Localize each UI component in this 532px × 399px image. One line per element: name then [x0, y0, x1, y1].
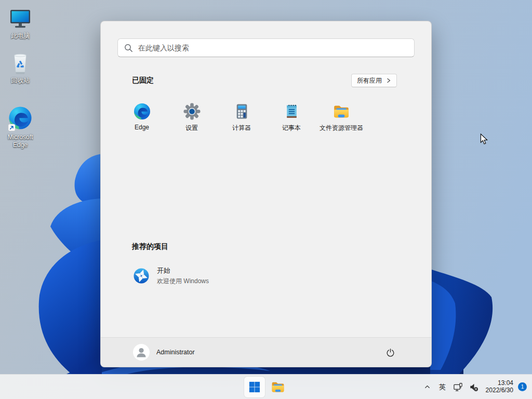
desktop-icon-recycle-bin[interactable]: 回收站: [1, 51, 40, 85]
search-input[interactable]: [138, 44, 408, 52]
edge-icon: [8, 105, 33, 132]
network-button[interactable]: [450, 377, 466, 397]
app-tile-edge[interactable]: Edge: [117, 97, 167, 142]
taskbar-clock[interactable]: 13:04 2022/6/30: [486, 380, 513, 394]
this-pc-icon: [8, 6, 33, 31]
notification-count: 1: [521, 384, 524, 390]
tray-expand-button[interactable]: [420, 377, 435, 397]
app-label: Edge: [135, 124, 149, 131]
volume-button[interactable]: [466, 377, 482, 397]
recommended-section-title: 推荐的项目: [132, 242, 168, 251]
calculator-icon: [233, 102, 250, 120]
app-tile-notepad[interactable]: 记事本: [267, 97, 316, 142]
taskbar: 英 13:04: [0, 374, 532, 399]
user-name: Administrator: [156, 349, 195, 356]
start-menu-user-bar: Administrator: [101, 337, 431, 367]
app-label: 计算器: [232, 124, 251, 132]
folder-icon: [271, 380, 285, 393]
power-icon: [385, 348, 395, 357]
volume-muted-icon: [469, 382, 478, 392]
search-box[interactable]: [117, 38, 415, 57]
ime-label: 英: [439, 382, 446, 392]
recommended-item-title: 开始: [157, 266, 209, 275]
notification-badge[interactable]: 1: [518, 382, 527, 391]
chevron-right-icon: [386, 78, 391, 83]
app-tile-calculator[interactable]: 计算器: [217, 97, 267, 142]
desktop-icon-label: 此电脑: [11, 32, 30, 40]
windows-logo-icon: [249, 381, 260, 393]
file-explorer-icon: [332, 102, 350, 120]
pinned-section-title: 已固定: [132, 76, 154, 85]
desktop-icon-label: Microsoft Edge: [1, 134, 40, 149]
desktop-icon-label: 回收站: [11, 77, 30, 85]
recommended-item-get-started[interactable]: 开始 欢迎使用 Windows: [128, 261, 299, 291]
user-account-button[interactable]: Administrator: [133, 344, 195, 361]
all-apps-button[interactable]: 所有应用: [351, 74, 397, 87]
power-button[interactable]: [381, 343, 399, 361]
avatar: [133, 344, 150, 361]
start-button[interactable]: [244, 377, 265, 397]
desktop-icon-this-pc[interactable]: 此电脑: [1, 6, 40, 40]
start-menu: 已固定 所有应用 Edge: [100, 21, 432, 367]
all-apps-label: 所有应用: [357, 76, 382, 85]
settings-gear-icon: [183, 102, 201, 120]
taskbar-file-explorer-button[interactable]: [268, 377, 288, 397]
edge-icon: [133, 102, 151, 120]
desktop: 此电脑 回收站 Microsoft Edge: [0, 0, 532, 399]
app-label: 设置: [185, 124, 198, 132]
app-label: 文件资源管理器: [320, 124, 363, 132]
pinned-apps-grid: Edge: [117, 97, 366, 142]
search-icon: [124, 44, 133, 52]
notepad-icon: [283, 102, 300, 120]
app-tile-settings[interactable]: 设置: [167, 97, 217, 142]
clock-time: 13:04: [486, 380, 513, 387]
recycle-bin-icon: [8, 51, 33, 76]
clock-date: 2022/6/30: [486, 387, 513, 394]
chevron-up-icon: [424, 383, 431, 390]
get-started-icon: [133, 268, 150, 284]
desktop-icon-microsoft-edge[interactable]: Microsoft Edge: [1, 105, 40, 149]
ethernet-icon: [453, 382, 463, 392]
app-label: 记事本: [282, 124, 301, 132]
system-tray: 英 13:04: [420, 375, 527, 399]
ime-indicator[interactable]: 英: [435, 377, 450, 397]
app-tile-file-explorer[interactable]: 文件资源管理器: [316, 97, 366, 142]
recommended-item-subtitle: 欢迎使用 Windows: [157, 277, 209, 286]
